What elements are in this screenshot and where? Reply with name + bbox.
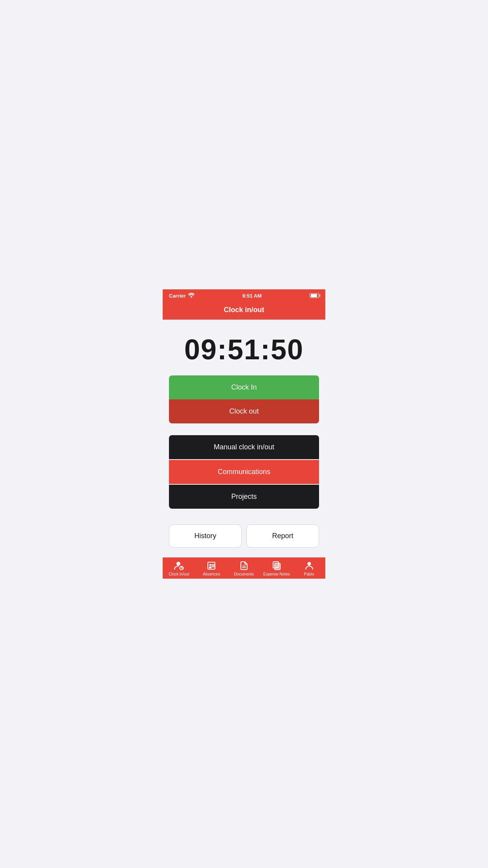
- tab-absences[interactable]: Absences: [195, 561, 228, 576]
- phone-container: Carrier 9:51 AM Clock in/out 09:51:50: [163, 289, 325, 579]
- page-title: Clock in/out: [224, 306, 264, 314]
- status-left: Carrier: [169, 293, 194, 299]
- clock-display: 09:51:50: [169, 327, 319, 375]
- svg-point-15: [307, 562, 311, 566]
- documents-icon: [238, 561, 250, 571]
- tab-clock-inout-label: Clock in/out: [169, 572, 189, 576]
- expense-notes-icon: [271, 561, 282, 571]
- battery-indicator: [310, 293, 319, 298]
- action-buttons-group: Manual clock in/out Communications Proje…: [169, 435, 319, 509]
- user-icon: [304, 561, 315, 571]
- status-time: 9:51 AM: [242, 293, 262, 299]
- clock-buttons-group: Clock In Clock out: [169, 375, 319, 423]
- projects-button[interactable]: Projects: [169, 485, 319, 509]
- app-header: Clock in/out: [163, 302, 325, 320]
- svg-point-3: [209, 564, 211, 566]
- clock-out-button[interactable]: Clock out: [169, 399, 319, 423]
- carrier-label: Carrier: [169, 293, 186, 299]
- tab-expense-notes-label: Expense Notes: [263, 572, 290, 576]
- svg-point-0: [176, 562, 180, 566]
- history-button[interactable]: History: [169, 524, 242, 548]
- wifi-icon: [188, 293, 194, 299]
- manual-clock-button[interactable]: Manual clock in/out: [169, 435, 319, 459]
- tab-pablo-label: Pablo: [304, 572, 314, 576]
- tab-documents-label: Documents: [234, 572, 254, 576]
- absences-icon: [206, 561, 217, 571]
- clock-inout-icon: [173, 561, 184, 571]
- communications-button[interactable]: Communications: [169, 460, 319, 484]
- tab-clock-inout[interactable]: Clock in/out: [163, 561, 195, 576]
- svg-rect-11: [275, 563, 280, 570]
- tab-bar: Clock in/out Absences: [163, 557, 325, 579]
- status-bar: Carrier 9:51 AM: [163, 289, 325, 302]
- main-content: 09:51:50 Clock In Clock out Manual clock…: [163, 320, 325, 557]
- history-report-row: History Report: [169, 524, 319, 548]
- tab-documents[interactable]: Documents: [228, 561, 261, 576]
- clock-time: 09:51:50: [184, 334, 304, 365]
- clock-in-button[interactable]: Clock In: [169, 375, 319, 399]
- tab-expense-notes[interactable]: Expense Notes: [260, 561, 293, 576]
- tab-pablo[interactable]: Pablo: [293, 561, 325, 576]
- report-button[interactable]: Report: [246, 524, 319, 548]
- tab-absences-label: Absences: [203, 572, 220, 576]
- svg-rect-4: [209, 566, 211, 568]
